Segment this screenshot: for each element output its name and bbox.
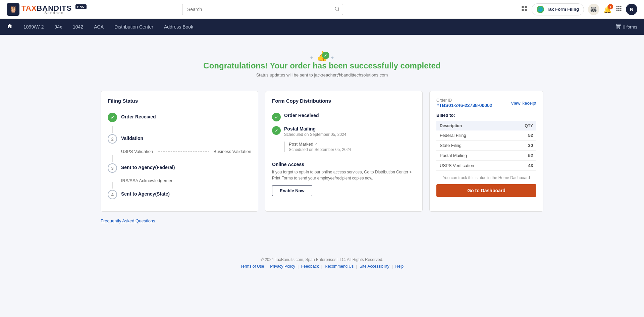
footer-accessibility[interactable]: Site Accessibility bbox=[360, 264, 389, 269]
step-2-label: Validation bbox=[121, 134, 143, 141]
form-copy-card: Form Copy Distributions ✓ Order Received… bbox=[265, 91, 423, 212]
svg-rect-13 bbox=[618, 10, 620, 11]
nav-item-aca[interactable]: ACA bbox=[89, 19, 109, 35]
cart-area[interactable]: 0 forms bbox=[615, 24, 637, 30]
order-id-label: Order ID bbox=[436, 98, 492, 103]
filing-status-card: Filing Status ✓ Order Received 2 Validat… bbox=[101, 91, 258, 212]
footer-terms[interactable]: Terms of Use bbox=[240, 264, 264, 269]
tax-form-button[interactable]: 🌐 Tax Form Filing bbox=[532, 3, 584, 15]
billing-table: Description QTY Federal Filing 52 State … bbox=[436, 121, 536, 171]
congrats-title: Congratulations! Your order has been suc… bbox=[101, 61, 543, 70]
search-button[interactable] bbox=[334, 6, 340, 12]
track-status-text: You can track this status in the Home Da… bbox=[436, 175, 536, 180]
globe-icon: 🌐 bbox=[537, 6, 544, 13]
svg-point-0 bbox=[335, 7, 339, 10]
pro-badge: PRO bbox=[75, 4, 87, 9]
nav-item-address-book[interactable]: Address Book bbox=[159, 19, 199, 35]
step-1-label: Order Received bbox=[121, 113, 156, 119]
billing-desc-state: State Filing bbox=[436, 141, 509, 151]
footer-privacy[interactable]: Privacy Policy bbox=[270, 264, 295, 269]
main-content: ✦ 👍 ✓ ✦ Congratulations! Your order has … bbox=[87, 35, 557, 234]
business-validation-label: Business Validation bbox=[214, 149, 252, 154]
connector-1 bbox=[112, 126, 113, 133]
step-4-icon: 4 bbox=[108, 190, 117, 199]
grid-button[interactable] bbox=[521, 5, 528, 13]
congrats-section: ✦ 👍 ✓ ✦ Congratulations! Your order has … bbox=[101, 45, 543, 88]
post-marked-scheduled: Scheduled on September 05, 2024 bbox=[289, 147, 416, 152]
filing-status-title: Filing Status bbox=[108, 98, 251, 107]
order-id-value: #TBS01-246-22738-00002 bbox=[436, 103, 492, 108]
step-divider bbox=[158, 151, 209, 152]
nav-home-button[interactable] bbox=[7, 23, 13, 31]
order-id-row: Order ID #TBS01-246-22738-00002 View Rec… bbox=[436, 98, 536, 108]
ext-link-icon: ↗ bbox=[315, 142, 318, 146]
nav-item-1042[interactable]: 1042 bbox=[67, 19, 89, 35]
svg-rect-6 bbox=[616, 6, 618, 7]
step-4-label: Sent to Agency(State) bbox=[121, 190, 170, 197]
mascot-avatar[interactable]: 🦝 bbox=[588, 4, 599, 15]
dist-step-2-icon: ✓ bbox=[272, 126, 281, 135]
logo-area: 🦉 TAXBANDITS PRO Sandbox bbox=[7, 3, 87, 16]
billing-row-usps: USPS Verification 43 bbox=[436, 161, 536, 171]
confetti-area: ✦ 👍 ✓ ✦ bbox=[101, 52, 543, 61]
footer-feedback[interactable]: Feedback bbox=[301, 264, 319, 269]
irs-label: IRS/SSA Acknowledgement bbox=[121, 178, 251, 183]
svg-rect-11 bbox=[620, 8, 622, 9]
billing-qty-usps: 43 bbox=[509, 161, 536, 171]
svg-rect-7 bbox=[618, 6, 620, 7]
dist-step-2-label: Postal Mailing bbox=[284, 126, 346, 131]
enable-now-button[interactable]: Enable Now bbox=[272, 185, 312, 196]
order-panel-card: Order ID #TBS01-246-22738-00002 View Rec… bbox=[429, 91, 543, 212]
post-marked-label: Post Marked ↗ bbox=[289, 142, 416, 147]
post-marked-row: Post Marked ↗ Scheduled on September 05,… bbox=[284, 142, 416, 152]
user-avatar[interactable]: N bbox=[626, 4, 637, 15]
congrats-subtitle: Status updates will be sent to jackreach… bbox=[101, 72, 543, 77]
svg-rect-10 bbox=[618, 8, 620, 9]
apps-button[interactable] bbox=[616, 5, 622, 13]
dist-step-2: ✓ Postal Mailing Scheduled on September … bbox=[272, 126, 416, 137]
billing-row-federal: Federal Filing 52 bbox=[436, 130, 536, 141]
billing-desc-postal: Postal Mailing bbox=[436, 151, 509, 161]
billing-qty-state: 30 bbox=[509, 141, 536, 151]
step-3-label: Sent to Agency(Federal) bbox=[121, 163, 175, 170]
nav-item-distribution-center[interactable]: Distribution Center bbox=[109, 19, 159, 35]
notification-badge: 3 bbox=[608, 4, 613, 9]
postal-mailing-scheduled: Scheduled on September 05, 2024 bbox=[284, 132, 346, 137]
step-2-icon: 2 bbox=[108, 134, 117, 144]
svg-rect-14 bbox=[620, 10, 622, 11]
dist-step-1-icon: ✓ bbox=[272, 113, 281, 121]
billing-qty-federal: 52 bbox=[509, 130, 536, 141]
validation-sub-row: USPS Validation Business Validation bbox=[121, 149, 251, 154]
footer-help[interactable]: Help bbox=[395, 264, 404, 269]
footer-recommend[interactable]: Recommend Us bbox=[325, 264, 354, 269]
go-to-dashboard-button[interactable]: Go to Dashboard bbox=[436, 184, 536, 197]
check-badge: ✓ bbox=[322, 52, 329, 59]
faq-link[interactable]: Frequently Asked Questions bbox=[101, 218, 155, 223]
online-access-section: Online Access If you forgot to opt-in to… bbox=[272, 157, 416, 196]
nav-item-94x[interactable]: 94x bbox=[49, 19, 67, 35]
thumbs-up-icon: 👍 ✓ bbox=[316, 52, 328, 61]
logo-icon: 🦉 bbox=[7, 3, 19, 16]
svg-rect-12 bbox=[616, 10, 618, 11]
main-nav: 1099/W-2 94x 1042 ACA Distribution Cente… bbox=[0, 19, 644, 35]
header-right: 🌐 Tax Form Filing 🦝 🔔 3 N bbox=[521, 3, 637, 15]
svg-rect-4 bbox=[522, 9, 524, 11]
view-receipt-link[interactable]: View Receipt bbox=[511, 101, 536, 106]
congrats-rest: Your order has been successfully complet… bbox=[268, 61, 440, 70]
content-grid: Filing Status ✓ Order Received 2 Validat… bbox=[101, 91, 543, 212]
app-header: 🦉 TAXBANDITS PRO Sandbox 🌐 Tax Form Fili… bbox=[0, 0, 644, 19]
search-input[interactable] bbox=[182, 4, 343, 15]
billing-qty-postal: 52 bbox=[509, 151, 536, 161]
nav-item-1099[interactable]: 1099/W-2 bbox=[18, 19, 49, 35]
notifications-button[interactable]: 🔔 3 bbox=[603, 5, 612, 13]
svg-rect-5 bbox=[525, 9, 527, 11]
svg-line-1 bbox=[338, 10, 339, 11]
col-description: Description bbox=[436, 121, 509, 130]
online-access-desc: If you forgot to opt-in to our online ac… bbox=[272, 169, 416, 181]
step-1-icon: ✓ bbox=[108, 113, 117, 122]
congrats-highlight: Congratulations! bbox=[203, 61, 268, 70]
footer: © 2024 TaxBandits.com, Span Enterprises … bbox=[0, 247, 644, 275]
billing-row-state: State Filing 30 bbox=[436, 141, 536, 151]
svg-rect-8 bbox=[620, 6, 622, 7]
step-3-icon: 3 bbox=[108, 163, 117, 173]
